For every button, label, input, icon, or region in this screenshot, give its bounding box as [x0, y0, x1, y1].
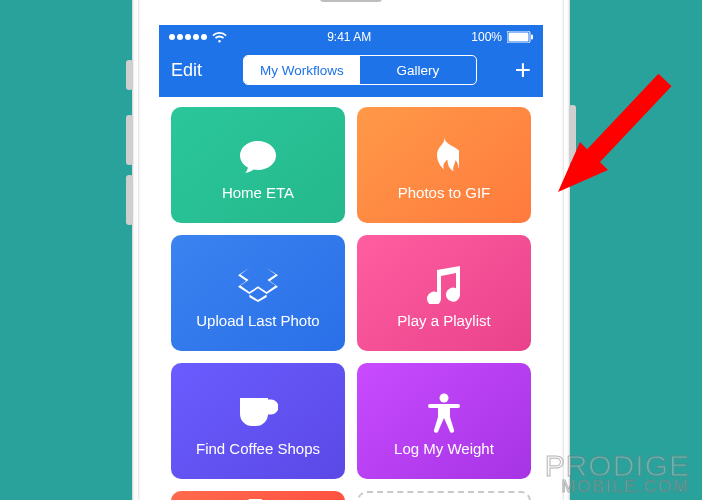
- battery-percent: 100%: [471, 30, 502, 44]
- power-button: [569, 105, 576, 163]
- tile-find-coffee-shops[interactable]: Find Coffee Shops: [171, 363, 345, 479]
- tile-label: Play a Playlist: [397, 312, 490, 329]
- tile-photos-to-gif[interactable]: Photos to GIF: [357, 107, 531, 223]
- speech-bubble-icon: [238, 134, 278, 180]
- top-bar: 9:41 AM 100% Edit My Workflows Gallery +: [159, 25, 543, 97]
- wifi-icon: [212, 32, 227, 43]
- earpiece-speaker: [320, 0, 382, 2]
- volume-up: [126, 115, 133, 165]
- tile-play-playlist[interactable]: Play a Playlist: [357, 235, 531, 351]
- tile-label: Log My Weight: [394, 440, 494, 457]
- tile-log-weight[interactable]: Log My Weight: [357, 363, 531, 479]
- empty-tile-placeholder[interactable]: [357, 491, 531, 500]
- body-icon: [427, 390, 461, 436]
- nav-bar: Edit My Workflows Gallery +: [159, 47, 543, 97]
- mute-switch: [126, 60, 133, 90]
- tile-upload-last-photo[interactable]: Upload Last Photo: [171, 235, 345, 351]
- screen: 9:41 AM 100% Edit My Workflows Gallery +: [159, 25, 543, 500]
- svg-rect-2: [531, 35, 533, 40]
- segmented-control: My Workflows Gallery: [243, 55, 477, 85]
- svg-rect-1: [508, 33, 528, 42]
- status-bar: 9:41 AM 100%: [159, 25, 543, 47]
- dropbox-icon: [237, 262, 279, 308]
- tile-label: Home ETA: [222, 184, 294, 201]
- tile-label: Find Coffee Shops: [196, 440, 320, 457]
- volume-down: [126, 175, 133, 225]
- tile-partial[interactable]: [171, 491, 345, 500]
- status-time: 9:41 AM: [327, 30, 371, 44]
- svg-point-3: [440, 393, 449, 402]
- tab-my-workflows[interactable]: My Workflows: [244, 56, 360, 84]
- edit-button[interactable]: Edit: [171, 60, 219, 81]
- add-button[interactable]: +: [501, 60, 531, 80]
- battery-icon: [507, 31, 533, 43]
- tile-home-eta[interactable]: Home ETA: [171, 107, 345, 223]
- workflow-grid: Home ETA Photos to GIF Upload Last Photo: [159, 97, 543, 500]
- phone-frame: 9:41 AM 100% Edit My Workflows Gallery +: [133, 0, 569, 500]
- svg-line-4: [580, 80, 665, 170]
- tab-gallery[interactable]: Gallery: [360, 56, 476, 84]
- tile-label: Photos to GIF: [398, 184, 491, 201]
- coffee-cup-icon: [238, 390, 278, 436]
- flame-icon: [429, 134, 459, 180]
- signal-icon: [169, 34, 207, 40]
- music-note-icon: [427, 262, 461, 308]
- tile-label: Upload Last Photo: [196, 312, 319, 329]
